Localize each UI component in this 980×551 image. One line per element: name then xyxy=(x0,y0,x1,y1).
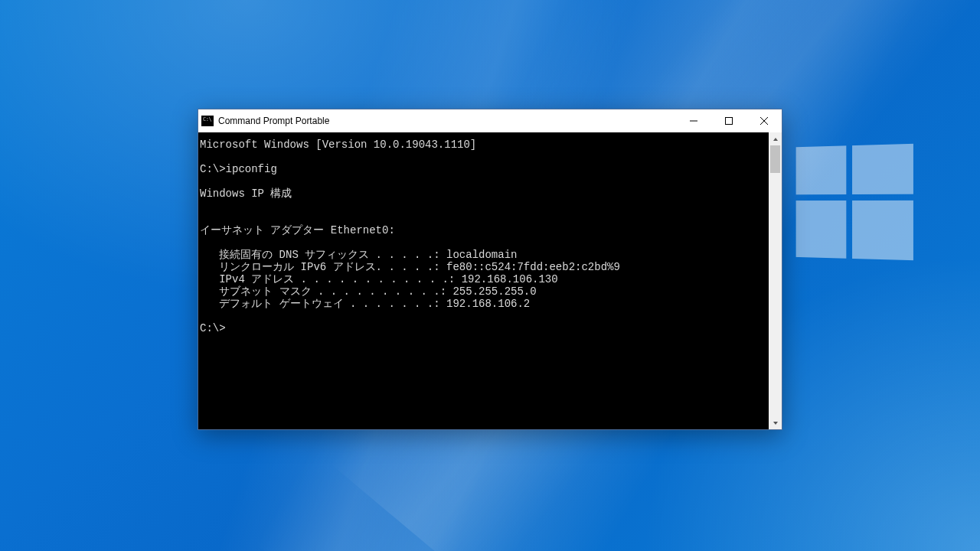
scrollbar-track[interactable] xyxy=(769,145,782,416)
svg-marker-5 xyxy=(773,422,778,425)
console-output[interactable]: Microsoft Windows [Version 10.0.19043.11… xyxy=(198,132,769,429)
close-button[interactable] xyxy=(746,109,782,132)
windows-logo xyxy=(796,144,915,262)
window-controls xyxy=(676,109,782,132)
scroll-down-button[interactable] xyxy=(769,416,782,429)
chevron-down-icon xyxy=(773,420,779,426)
scrollbar-thumb[interactable] xyxy=(770,145,780,173)
scroll-up-button[interactable] xyxy=(769,132,782,145)
cmd-app-icon xyxy=(201,116,214,126)
close-icon xyxy=(760,117,768,125)
maximize-icon xyxy=(725,117,733,125)
titlebar[interactable]: Command Prompt Portable xyxy=(198,109,782,132)
window-title: Command Prompt Portable xyxy=(218,116,329,126)
svg-rect-1 xyxy=(726,118,733,125)
minimize-button[interactable] xyxy=(676,109,711,132)
maximize-button[interactable] xyxy=(711,109,746,132)
vertical-scrollbar[interactable] xyxy=(769,132,782,429)
client-area: Microsoft Windows [Version 10.0.19043.11… xyxy=(198,132,782,429)
chevron-up-icon xyxy=(773,136,779,142)
svg-marker-4 xyxy=(773,138,778,141)
command-prompt-window: Command Prompt Portable Microsoft Window… xyxy=(198,109,782,430)
minimize-icon xyxy=(690,117,697,125)
